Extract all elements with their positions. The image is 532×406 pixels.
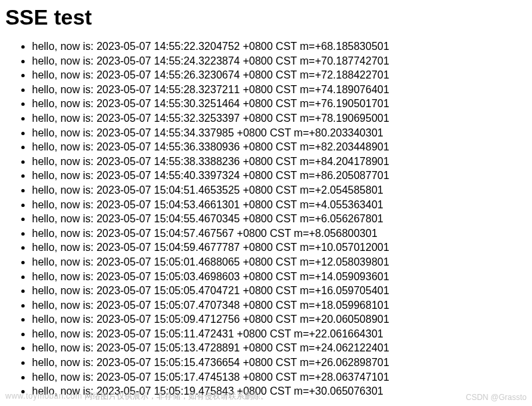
log-entry: hello, now is: 2023-05-07 14:55:32.32533… — [32, 111, 532, 126]
log-entry: hello, now is: 2023-05-07 14:55:36.33809… — [32, 140, 532, 154]
log-entry: hello, now is: 2023-05-07 14:55:30.32514… — [32, 97, 532, 111]
log-entry: hello, now is: 2023-05-07 15:04:55.46703… — [32, 212, 532, 226]
log-entry: hello, now is: 2023-05-07 14:55:22.32047… — [32, 39, 532, 54]
log-entry: hello, now is: 2023-05-07 14:55:24.32238… — [32, 54, 532, 69]
footer-cn-text: 网络图片仅供展示，非存储，如有侵权请联系删除。 — [85, 391, 268, 401]
log-entry: hello, now is: 2023-05-07 15:05:15.47366… — [32, 355, 532, 370]
log-entry: hello, now is: 2023-05-07 14:55:28.32372… — [32, 83, 532, 97]
log-entry: hello, now is: 2023-05-07 14:55:26.32306… — [32, 68, 532, 83]
log-entry: hello, now is: 2023-05-07 15:05:13.47288… — [32, 341, 532, 355]
log-entry: hello, now is: 2023-05-07 15:05:05.47047… — [32, 284, 532, 298]
page-title: SSE test — [5, 5, 527, 30]
log-entry: hello, now is: 2023-05-07 15:04:59.46777… — [32, 240, 532, 255]
footer-domain: www.toymoban.com — [5, 391, 82, 401]
log-entry: hello, now is: 2023-05-07 15:05:07.47073… — [32, 298, 532, 313]
log-entry: hello, now is: 2023-05-07 14:55:38.33882… — [32, 154, 532, 169]
log-entry: hello, now is: 2023-05-07 15:05:11.47243… — [32, 327, 532, 341]
log-entry: hello, now is: 2023-05-07 15:05:09.47127… — [32, 312, 532, 327]
log-entry: hello, now is: 2023-05-07 14:55:34.33798… — [32, 126, 532, 140]
log-entry: hello, now is: 2023-05-07 15:04:51.46535… — [32, 183, 532, 198]
sse-log-list: hello, now is: 2023-05-07 14:55:22.32047… — [32, 39, 532, 399]
log-entry: hello, now is: 2023-05-07 15:05:03.46986… — [32, 270, 532, 284]
log-entry: hello, now is: 2023-05-07 15:05:17.47451… — [32, 370, 532, 385]
log-entry: hello, now is: 2023-05-07 15:04:57.46756… — [32, 226, 532, 241]
footer-right: CSDN @Grassto — [465, 393, 527, 402]
log-entry: hello, now is: 2023-05-07 14:55:40.33973… — [32, 168, 532, 183]
log-entry: hello, now is: 2023-05-07 15:05:01.46880… — [32, 255, 532, 270]
footer-left: www.toymoban.com 网络图片仅供展示，非存储，如有侵权请联系删除。 — [5, 391, 268, 402]
log-entry: hello, now is: 2023-05-07 15:04:53.46613… — [32, 198, 532, 212]
